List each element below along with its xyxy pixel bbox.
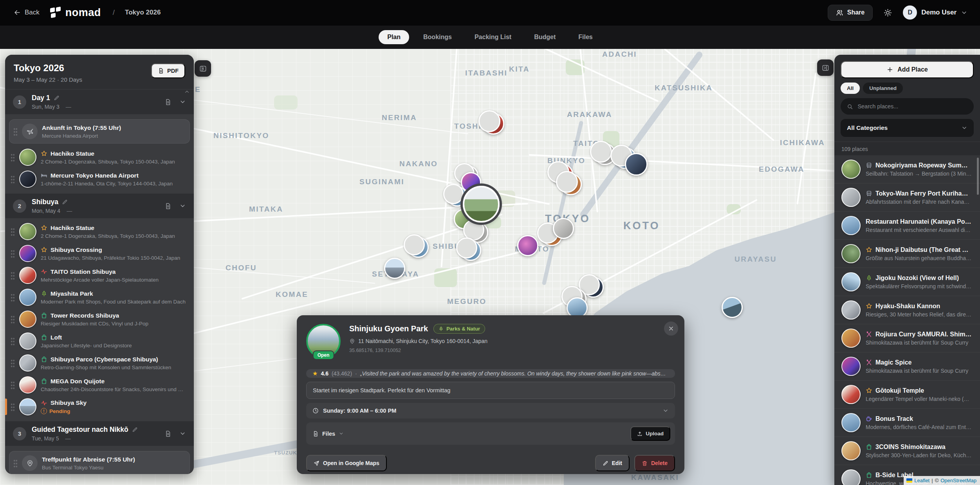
drag-handle-icon[interactable] xyxy=(11,402,15,411)
category-icon xyxy=(866,246,872,253)
place-list-item[interactable]: Nihon-ji Daibutsu (The Great … Größte au… xyxy=(834,240,980,268)
map-region-label: NERIMA xyxy=(382,113,417,122)
drag-handle-icon[interactable] xyxy=(13,459,18,467)
close-button[interactable] xyxy=(664,322,678,336)
itinerary-item[interactable]: Shibuya Crossing 21 Udagawacho, Shibuya,… xyxy=(5,242,194,264)
tab-bookings[interactable]: Bookings xyxy=(415,30,460,44)
map-place-marker[interactable] xyxy=(460,240,481,261)
upload-button[interactable]: Upload xyxy=(630,426,670,441)
chevron-down-icon[interactable] xyxy=(179,203,186,209)
itinerary-item[interactable]: Mercure Tokyo Haneda Airport 1-chōme-2-1… xyxy=(5,168,194,190)
map-place-marker[interactable] xyxy=(482,113,504,135)
itinerary-item[interactable]: Treffpunkt für Abreise (7:55 Uhr) Bus Te… xyxy=(9,451,190,474)
day-header-1[interactable]: 1 Day 1 Sun, May 3— xyxy=(5,90,194,115)
filter-unplanned[interactable]: Unplanned xyxy=(863,83,903,94)
itinerary-item[interactable]: Loft Japanischer Lifestyle- und Designst… xyxy=(5,330,194,352)
app-logo[interactable]: nomad xyxy=(50,7,101,19)
place-list-item[interactable]: Tokyo-Wan Ferry Port Kuriha… Abfahrtssta… xyxy=(834,183,980,212)
place-thumbnail xyxy=(19,332,36,350)
edit-pencil-icon[interactable] xyxy=(62,199,68,205)
collapse-right-panel-button[interactable] xyxy=(817,59,834,76)
rating-review-bar[interactable]: ★ 4.6 (43.462) · „Visited the park and w… xyxy=(306,369,675,378)
drag-handle-icon[interactable] xyxy=(11,293,15,302)
edit-pencil-icon[interactable] xyxy=(54,95,60,101)
place-list-item[interactable]: Nokogiriyama Ropeway Sum… Seilbahn: Tals… xyxy=(834,155,980,183)
collapse-left-panel-button[interactable] xyxy=(195,60,211,77)
tab-plan[interactable]: Plan xyxy=(379,30,409,44)
day-notes-icon[interactable] xyxy=(164,203,171,210)
drag-handle-icon[interactable] xyxy=(11,175,15,183)
place-list-item[interactable]: 3COINS Shimokitazawa Stylischer 300-Yen-… xyxy=(834,437,980,465)
map-place-marker[interactable] xyxy=(408,237,429,258)
itinerary-item[interactable]: Shibuya Sky Pending xyxy=(5,396,194,418)
map-place-marker[interactable] xyxy=(583,277,604,298)
back-button[interactable]: Back xyxy=(13,9,40,16)
map-place-marker[interactable] xyxy=(553,218,574,239)
day-notes-icon[interactable] xyxy=(164,430,171,437)
map-place-marker[interactable] xyxy=(384,258,405,279)
itinerary-item[interactable]: Miyashita Park Moderner Park mit Shops, … xyxy=(5,286,194,308)
drag-handle-icon[interactable] xyxy=(11,337,15,345)
itinerary-item[interactable]: Hachiko Statue 2 Chome-1 Dogenzaka, Shib… xyxy=(5,221,194,242)
drag-handle-icon[interactable] xyxy=(11,359,15,367)
map-place-marker[interactable] xyxy=(722,297,743,318)
day-header-3[interactable]: 3 Guided Tagestour nach Nikkō Tue, May 5… xyxy=(5,421,194,446)
day-notes-icon[interactable] xyxy=(164,99,171,106)
add-place-button[interactable]: Add Place xyxy=(841,61,974,78)
place-list-item[interactable]: Bonus Track Modernes, dörfliches Café-Ar… xyxy=(834,409,980,437)
itinerary-item[interactable]: MEGA Don Quijote Chaotischer 24h-Discoun… xyxy=(5,374,194,396)
chevron-down-icon[interactable] xyxy=(179,430,186,437)
scrollbar[interactable] xyxy=(977,158,979,195)
drag-handle-icon[interactable] xyxy=(11,315,15,323)
open-maps-label: Open in Google Maps xyxy=(323,460,379,466)
edit-button[interactable]: Edit xyxy=(595,455,630,471)
files-row[interactable]: Files Upload xyxy=(306,422,675,445)
filter-all[interactable]: All xyxy=(841,83,860,94)
search-input[interactable] xyxy=(857,103,967,110)
opening-hours-row[interactable]: Sunday: 9:00 AM – 6:00 PM xyxy=(306,403,675,419)
drag-handle-icon[interactable] xyxy=(11,153,15,162)
search-box[interactable] xyxy=(841,98,974,115)
places-list[interactable]: Nokogiriyama Ropeway Sum… Seilbahn: Tals… xyxy=(834,155,980,485)
day-header-2[interactable]: 2 Shibuya Mon, May 4— xyxy=(5,193,194,219)
itinerary-item[interactable]: Ankunft in Tokyo (7:55 Uhr) Mercure Hane… xyxy=(9,119,190,144)
place-list-item[interactable]: Jigoku Nozoki (View of Hell) Spektakulär… xyxy=(834,268,980,296)
map-place-marker[interactable] xyxy=(517,235,538,256)
category-filter-dropdown[interactable]: All Categories xyxy=(841,119,974,137)
openstreetmap-link[interactable]: OpenStreetMap xyxy=(940,478,976,483)
place-list-item[interactable]: Restaurant Harunatei (Kanaya Po… Restaur… xyxy=(834,212,980,240)
open-google-maps-button[interactable]: Open in Google Maps xyxy=(306,455,387,471)
itinerary-item[interactable]: TAITO Station Shibuya Mehrstöckige Arcad… xyxy=(5,264,194,286)
drag-handle-icon[interactable] xyxy=(11,381,15,389)
drag-handle-icon[interactable] xyxy=(11,271,15,280)
itinerary-item[interactable]: Hachiko Statue 2 Chome-1 Dogenzaka, Shib… xyxy=(5,146,194,168)
itinerary-item[interactable]: Shibuya Parco (Cyberspace Shibuya) Retro… xyxy=(5,352,194,374)
category-icon xyxy=(41,334,47,341)
chevron-down-icon[interactable] xyxy=(179,99,186,105)
leaflet-link[interactable]: Leaflet xyxy=(914,478,929,483)
user-menu[interactable]: D Demo User xyxy=(903,5,967,20)
drag-handle-icon[interactable] xyxy=(11,249,15,258)
chevron-down-icon[interactable] xyxy=(662,408,669,414)
note-input[interactable]: Startet im riesigen Stadtpark. Perfekt f… xyxy=(306,382,675,399)
edit-pencil-icon[interactable] xyxy=(132,427,138,433)
place-thumbnail xyxy=(19,311,36,328)
place-list-item[interactable]: Hyaku-Shaku Kannon Riesiges, 30 Meter ho… xyxy=(834,296,980,324)
share-button[interactable]: Share xyxy=(828,5,873,21)
itinerary-scroll-area[interactable]: 1 Day 1 Sun, May 3— xyxy=(5,90,194,474)
theme-toggle-button[interactable] xyxy=(884,9,892,17)
map-place-marker[interactable] xyxy=(560,173,582,195)
place-list-item[interactable]: Gōtokuji Temple Legendärer Tempel voller… xyxy=(834,381,980,409)
drag-handle-icon[interactable] xyxy=(13,127,18,136)
tab-files[interactable]: Files xyxy=(570,30,601,44)
map-place-marker[interactable] xyxy=(625,153,648,176)
tab-budget[interactable]: Budget xyxy=(525,30,564,44)
place-list-item[interactable]: Magic Spice Shimokitazawa ist berühmt fü… xyxy=(834,352,980,381)
place-list-item[interactable]: Rojiura Curry SAMURAI. Shim… Shimokitaza… xyxy=(834,324,980,352)
itinerary-item[interactable]: Tower Records Shibuya Riesiger Musiklade… xyxy=(5,308,194,330)
tab-packing-list[interactable]: Packing List xyxy=(466,30,520,44)
delete-button[interactable]: Delete xyxy=(634,455,675,471)
drag-handle-icon[interactable] xyxy=(11,227,15,236)
map-place-marker[interactable] xyxy=(463,186,500,223)
export-pdf-button[interactable]: PDF xyxy=(151,63,185,78)
